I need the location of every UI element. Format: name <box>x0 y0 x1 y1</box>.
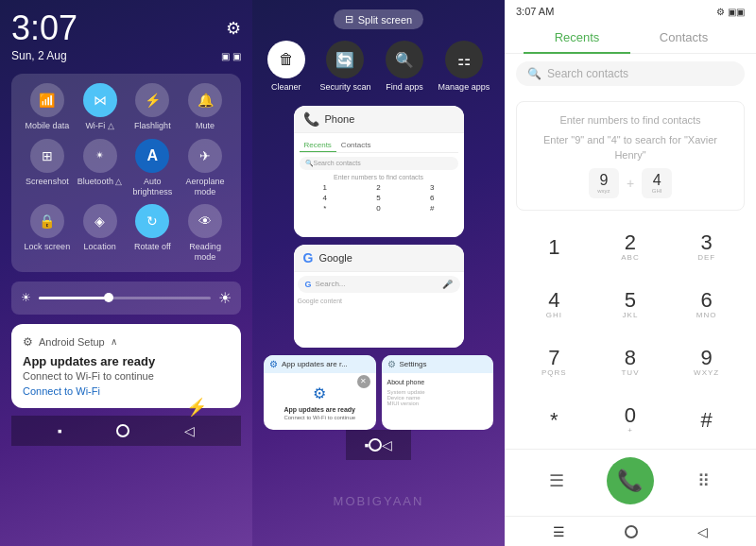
nav-home-btn[interactable] <box>116 424 129 437</box>
auto-brightness-label: Auto brightness <box>129 177 176 197</box>
nav-menu-btn[interactable]: ▪ <box>58 423 62 438</box>
notification-link[interactable]: Connect to Wi-Fi <box>23 385 230 397</box>
toggle-screenshot[interactable]: ⊞ Screenshot <box>24 139 71 197</box>
phone-tabs: Recents Contacts <box>505 23 756 54</box>
toggle-mute[interactable]: 🔔 Mute <box>181 83 229 131</box>
settings-card-title: Settings <box>400 360 427 368</box>
tab-recents[interactable]: Recents <box>524 23 630 54</box>
mobile-data-icon: 📶 <box>30 83 64 117</box>
nav-back-btn-mid[interactable]: ◁ <box>382 437 392 452</box>
cleaner-icon: 🗑 <box>267 41 305 78</box>
key-2[interactable]: 2 ABC <box>593 218 669 276</box>
notification-shade: 3:07 ⚙ Sun, 2 Aug ▣ ▣ 📶 Mobile data ⋈ Wi… <box>0 0 252 546</box>
phone-search-text: Search contacts <box>314 160 361 166</box>
key-3[interactable]: 3 DEF <box>668 218 745 276</box>
key-4[interactable]: 4 GHI <box>516 276 593 333</box>
find-plus-icon: + <box>627 176 634 191</box>
key-star[interactable]: * <box>516 391 593 449</box>
brightness-control[interactable]: ☀ ☀ <box>11 282 241 315</box>
nav-back-btn[interactable]: ◁ <box>184 423 195 438</box>
notification-caret: ∧ <box>111 336 117 347</box>
dialer-menu-button[interactable]: ☰ <box>540 464 574 498</box>
phone-app-card[interactable]: 📞 Phone Recents Contacts 🔍 Search contac… <box>294 106 464 237</box>
updates-card-header: ⚙ App updates are r... <box>264 355 376 373</box>
phone-app-icon: 📞 <box>303 111 319 127</box>
toggle-auto-brightness[interactable]: A Auto brightness <box>129 139 176 197</box>
toggle-bluetooth[interactable]: ✴ Bluetooth △ <box>77 139 124 197</box>
phone-mini-tabs: Recents Contacts <box>300 139 458 153</box>
find-contacts-box: Enter numbers to find contacts Enter "9"… <box>516 101 745 211</box>
notification-wifi-off-icon: ⚡ <box>186 397 207 418</box>
toggle-flashlight[interactable]: ⚡ Flashlight <box>129 83 176 131</box>
right-battery-icon: ▣▣ <box>728 7 745 17</box>
notification-title: App updates are ready <box>23 354 230 368</box>
dialer-keypad-button[interactable]: ⠿ <box>687 464 721 498</box>
find-num-9: 9 wxyz <box>589 168 619 198</box>
phone-app-header: 📞 Phone <box>294 106 464 133</box>
cleaner-label: Cleaner <box>271 82 301 93</box>
toggle-aeroplane[interactable]: ✈ Aeroplane mode <box>181 139 229 197</box>
find-contacts-nums: 9 wxyz + 4 GHI <box>528 168 732 198</box>
toggle-location[interactable]: ◈ Location <box>77 204 124 263</box>
google-g-icon: G <box>305 280 312 289</box>
key-8[interactable]: 8 TUV <box>593 333 669 391</box>
wifi-label: Wi-Fi △ <box>85 121 114 131</box>
flashlight-icon: ⚡ <box>135 83 169 117</box>
key-5[interactable]: 5 JKL <box>593 276 669 333</box>
google-app-name: Google <box>318 252 352 264</box>
google-app-card[interactable]: G Google G Search... 🎤 Google content <box>294 245 464 348</box>
settings-card[interactable]: ⚙ Settings About phone System updateDevi… <box>382 355 494 430</box>
key-9[interactable]: 9 WXYZ <box>668 333 745 391</box>
numpad: 1 2 ABC 3 DEF 4 GHI 5 JKL 6 MNO 7 PQRS 8 <box>505 218 756 449</box>
nav-back-btn-right[interactable]: ◁ <box>697 524 708 539</box>
find-contacts-line2: Enter "9" and "4" to search for "Xavier … <box>528 133 732 162</box>
phone-app-content: Recents Contacts 🔍 Search contacts Enter… <box>294 133 464 237</box>
toggle-mobile-data[interactable]: 📶 Mobile data <box>24 83 71 131</box>
nav-home-btn-mid[interactable] <box>369 438 382 452</box>
quick-toggles-grid: 📶 Mobile data ⋈ Wi-Fi △ ⚡ Flashlight 🔔 M… <box>11 74 241 272</box>
updates-card[interactable]: ⚙ App updates are r... ✕ ⚙ App updates a… <box>264 355 376 430</box>
mute-icon: 🔔 <box>188 83 222 117</box>
toggle-lock-screen[interactable]: 🔒 Lock screen <box>24 204 71 263</box>
google-app-content: G Search... 🎤 Google content <box>294 272 464 348</box>
key-0[interactable]: 0 + <box>593 391 669 449</box>
aeroplane-icon: ✈ <box>188 139 222 173</box>
battery-icon: ▣ ▣ <box>221 51 241 61</box>
toggle-rotate[interactable]: ↻ Rotate off <box>129 204 176 263</box>
num-4-main: 4 <box>653 173 662 188</box>
phone-contacts-tab: Contacts <box>336 139 376 152</box>
split-screen-button[interactable]: ⊟ Split screen <box>334 9 423 29</box>
nav-menu-btn-right[interactable]: ☰ <box>553 524 565 539</box>
google-mic-icon: 🎤 <box>442 280 453 289</box>
updates-card-content: ✕ ⚙ App updates are ready Connect to Wi-… <box>264 373 376 430</box>
settings-content-items: System updateDevice nameMIUI version <box>386 387 490 408</box>
qa-find-apps[interactable]: 🔍 Find apps <box>386 41 423 93</box>
num-9-main: 9 <box>599 173 608 188</box>
notification-card: ⚙ Android Setup ∧ App updates are ready … <box>11 324 241 408</box>
toggle-wifi[interactable]: ⋈ Wi-Fi △ <box>77 83 124 131</box>
tab-contacts[interactable]: Contacts <box>630 23 737 53</box>
settings-icon[interactable]: ⚙ <box>226 18 241 39</box>
key-6[interactable]: 6 MNO <box>668 276 745 333</box>
date-display: Sun, 2 Aug <box>11 49 67 62</box>
qa-manage-apps[interactable]: ⚏ Manage apps <box>438 41 490 93</box>
nav-home-btn-right[interactable] <box>625 525 638 538</box>
close-updates-card[interactable]: ✕ <box>357 375 370 388</box>
key-7[interactable]: 7 PQRS <box>516 333 593 391</box>
key-1[interactable]: 1 <box>516 218 593 276</box>
key-hash[interactable]: # <box>668 391 745 449</box>
reading-label: Reading mode <box>181 242 229 263</box>
qa-cleaner[interactable]: 🗑 Cleaner <box>267 41 305 93</box>
wifi-icon: ⋈ <box>83 83 117 117</box>
qa-security-scan[interactable]: 🔄 Security scan <box>319 41 370 93</box>
find-num-4: 4 GHI <box>642 168 672 198</box>
settings-content-text: About phone <box>386 377 490 387</box>
search-bar[interactable]: 🔍 Search contacts <box>516 61 745 86</box>
call-button[interactable]: 📞 <box>607 457 654 504</box>
notification-inner: ⚙ Android Setup ∧ App updates are ready … <box>23 335 230 397</box>
toggle-reading[interactable]: 👁 Reading mode <box>181 204 229 263</box>
recent-apps-panel: ⊟ Split screen 🗑 Cleaner 🔄 Security scan… <box>252 0 505 546</box>
brightness-slider[interactable] <box>39 297 211 299</box>
find-apps-label: Find apps <box>386 82 423 93</box>
split-screen-label: Split screen <box>358 14 412 26</box>
